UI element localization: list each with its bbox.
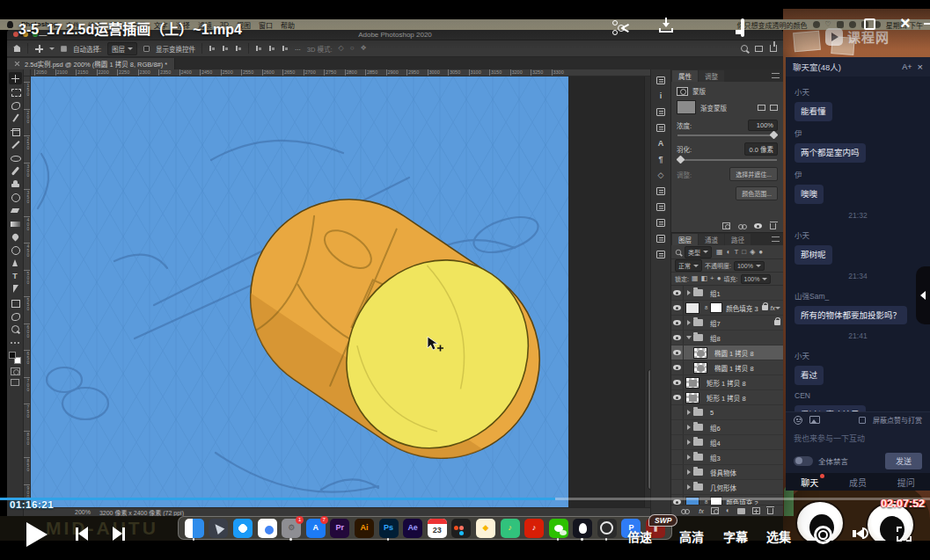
foreground-background-colors[interactable] <box>9 352 21 364</box>
layer-name[interactable]: 椭圆 1 拷贝 8 <box>714 348 780 358</box>
character-icon[interactable]: A <box>655 138 667 149</box>
history-icon[interactable] <box>655 233 667 244</box>
blur-tool[interactable] <box>9 230 22 243</box>
delete-mask-icon[interactable] <box>770 223 776 229</box>
visibility-toggle[interactable] <box>671 345 684 360</box>
layer-name[interactable]: 5 <box>710 409 780 417</box>
menu-item[interactable]: 帮助 <box>281 20 295 30</box>
edit-toolbar[interactable] <box>9 336 22 348</box>
auto-select-checkbox[interactable] <box>61 46 67 52</box>
density-slider[interactable] <box>677 135 777 136</box>
image-icon[interactable] <box>809 416 820 424</box>
zoom-level[interactable]: 200% <box>75 509 91 515</box>
layer-row[interactable]: 椭圆 1 拷贝 8 <box>671 360 783 375</box>
workspace-icon[interactable] <box>755 46 763 52</box>
emoji-icon[interactable] <box>794 416 802 425</box>
obs-dock-icon[interactable] <box>597 519 617 538</box>
calendar-dock-icon[interactable]: 23 <box>428 519 447 538</box>
panel-menu-icon[interactable] <box>772 236 780 242</box>
dodge-tool[interactable] <box>9 244 22 256</box>
brush-settings-icon[interactable] <box>655 106 667 117</box>
panel-menu-icon[interactable] <box>772 73 780 78</box>
expand-arrow-icon[interactable] <box>687 469 691 475</box>
chat-tab-成员[interactable]: 成员 <box>834 476 882 489</box>
expand-arrow-icon[interactable] <box>686 336 692 339</box>
new-group-icon[interactable] <box>737 508 745 514</box>
layer-name[interactable]: 矩形 1 拷贝 8 <box>707 378 780 388</box>
group-row[interactable]: 组6 <box>671 420 783 435</box>
photoshop-dock-icon[interactable]: Ps <box>379 519 399 538</box>
3d-icon[interactable]: ◇ <box>655 170 667 180</box>
maximize-icon[interactable] <box>864 18 875 30</box>
layer-name[interactable]: 颜色填充 3 <box>726 303 758 313</box>
app-store-dock-icon[interactable]: A7 <box>306 519 326 538</box>
after-effects-dock-icon[interactable]: Ae <box>403 519 422 538</box>
auto-select-dropdown[interactable]: 图层 <box>107 42 137 55</box>
playback-icon[interactable] <box>813 21 820 28</box>
visibility-toggle[interactable] <box>671 480 684 494</box>
filter-smart-icon[interactable]: ◈ <box>750 248 755 257</box>
navigator-icon[interactable] <box>655 201 667 212</box>
layer-style-icon[interactable]: fx <box>699 508 703 514</box>
expand-arrow-icon[interactable] <box>687 410 691 415</box>
hand-tool[interactable] <box>9 309 22 322</box>
close-player-icon[interactable]: × <box>900 15 911 31</box>
layer-thumbnail[interactable] <box>693 347 707 359</box>
align-left-icon[interactable] <box>209 45 216 52</box>
layer-name[interactable]: 组8 <box>710 333 780 343</box>
chevron-down-icon[interactable] <box>49 47 55 50</box>
canvas-viewport[interactable] <box>31 76 650 507</box>
quality-button[interactable]: 高清 <box>679 527 704 545</box>
launchpad-dock-icon[interactable] <box>209 519 228 538</box>
mask-thumbnail[interactable] <box>710 302 722 313</box>
group-row[interactable]: 组4 <box>671 435 783 450</box>
layer-thumbnail[interactable] <box>685 377 699 389</box>
layer-name[interactable]: 几何形体 <box>710 483 780 492</box>
group-row[interactable]: 餐具物体 <box>671 465 783 480</box>
marquee-tool[interactable] <box>9 85 22 98</box>
canvas-artwork[interactable] <box>31 76 568 507</box>
visibility-toggle[interactable] <box>671 316 684 330</box>
expand-arrow-icon[interactable] <box>687 425 691 430</box>
chat-input[interactable] <box>794 430 922 447</box>
layer-thumbnail[interactable] <box>693 362 707 374</box>
distribute-icon[interactable] <box>268 45 275 52</box>
lasso-tool[interactable] <box>9 98 22 111</box>
group-row[interactable]: 几何形体 <box>671 480 783 495</box>
feather-value[interactable]: 0.0 像素 <box>744 142 778 156</box>
slider-knob[interactable] <box>770 131 779 140</box>
layer-thumbnail[interactable] <box>685 302 699 314</box>
layer-name[interactable]: 椭圆 1 拷贝 8 <box>714 363 780 373</box>
select-and-mask-button[interactable]: 选择并遮住... <box>729 167 778 181</box>
vertical-ruler[interactable]: 1502002503003504004505005506006507007508… <box>24 76 31 507</box>
visibility-toggle[interactable] <box>671 390 684 404</box>
tab-channels[interactable]: 通道 <box>699 234 724 245</box>
filter-shape-icon[interactable]: □ <box>742 248 746 257</box>
previous-button[interactable] <box>76 527 88 541</box>
feather-slider[interactable] <box>677 159 777 161</box>
blend-mode-dropdown[interactable]: 正常 <box>675 259 702 272</box>
safari-dock-icon[interactable] <box>233 519 253 538</box>
eraser-tool[interactable] <box>9 204 22 216</box>
qq-music-dock-icon[interactable]: ♪ <box>501 519 520 538</box>
info-icon[interactable]: i <box>655 91 667 101</box>
finder-dock-icon[interactable] <box>185 519 204 538</box>
horizontal-ruler[interactable]: 2050210021502200225023002350240024502500… <box>31 69 650 76</box>
close-tab-icon[interactable] <box>14 61 20 67</box>
new-layer-icon[interactable] <box>752 507 760 514</box>
add-mask-icon[interactable] <box>711 507 719 514</box>
premiere-dock-icon[interactable]: Pr <box>330 519 349 538</box>
chrome-dock-icon[interactable] <box>258 519 277 538</box>
align-right-icon[interactable] <box>235 45 242 52</box>
filter-adjustment-icon[interactable]: ◐ <box>727 248 731 257</box>
sketch-dock-icon[interactable]: ◆ <box>476 519 495 538</box>
expand-arrow-icon[interactable] <box>687 290 691 295</box>
netease-music-dock-icon[interactable]: ♪ <box>524 519 544 538</box>
more-options-icon[interactable]: ... <box>295 45 301 52</box>
visibility-toggle[interactable] <box>671 375 684 389</box>
tab-properties[interactable]: 属性 <box>672 70 698 82</box>
vector-mask-icon[interactable] <box>770 105 778 111</box>
vertical-scrollbar[interactable] <box>644 76 650 507</box>
episodes-button[interactable]: 选集 <box>766 527 791 545</box>
layer-row[interactable]: 椭圆 1 拷贝 8 <box>671 345 783 360</box>
